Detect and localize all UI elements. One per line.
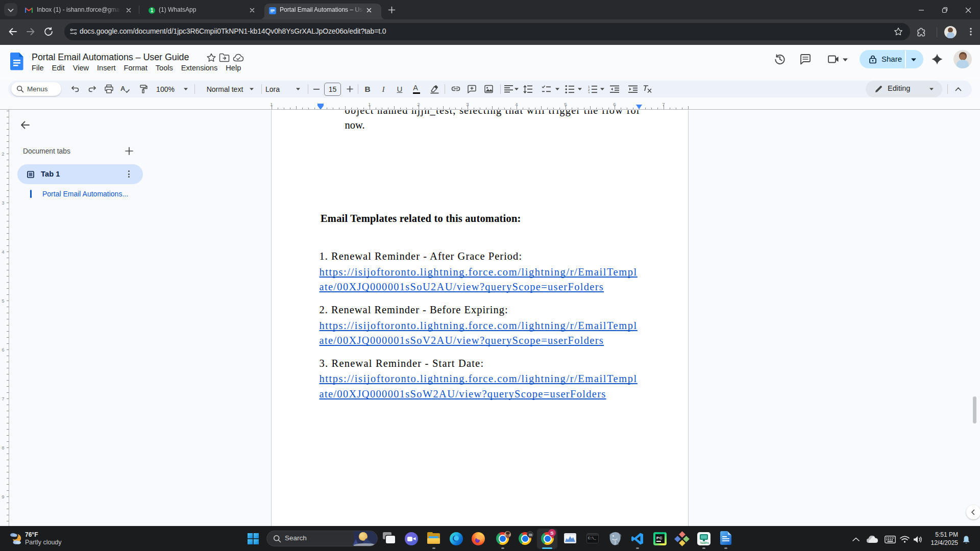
svg-text:3: 3 xyxy=(588,91,590,93)
svg-text:A: A xyxy=(120,85,126,92)
